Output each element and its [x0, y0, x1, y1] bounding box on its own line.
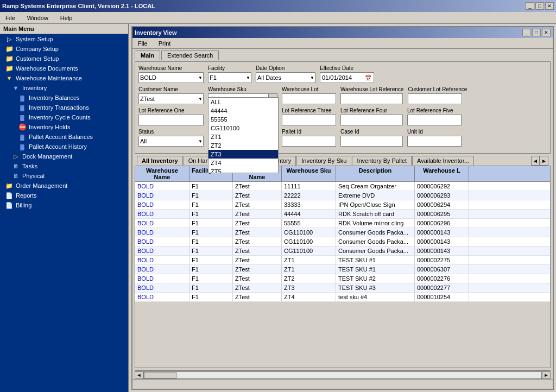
facility-select[interactable]: F1 [208, 72, 251, 83]
inner-close-button[interactable]: ✕ [542, 29, 551, 36]
sidebar-item-billing[interactable]: 📄 Billing [0, 200, 128, 210]
tab-available[interactable]: Available Inventor... [412, 156, 474, 166]
menu-bar: File Window Help [0, 12, 556, 24]
warehouse-name-select[interactable]: BOLD [138, 72, 204, 83]
sidebar-item-inventory[interactable]: ▼ Inventory [0, 83, 128, 93]
tab-extended-search[interactable]: Extended Search [161, 50, 219, 60]
sidebar-item-warehouse-maintenance[interactable]: ▼ Warehouse Maintenance [0, 73, 128, 83]
cell-sku: CG110100 [282, 237, 336, 246]
sku-option-zt2[interactable]: ZT2 [208, 141, 278, 150]
sidebar-item-inventory-transactions[interactable]: ▓ Inventory Transactions [0, 103, 128, 112]
lot-ref-four-input[interactable] [340, 115, 403, 125]
scroll-right-btn[interactable]: ► [542, 371, 551, 379]
sku-option-zt1[interactable]: ZT1 [208, 132, 278, 141]
inner-file-menu[interactable]: File [135, 39, 151, 48]
lot-ref-five-label: Lot Reference Five [407, 108, 462, 113]
case-id-input[interactable] [340, 136, 403, 147]
warehouse-lot-input[interactable] [282, 93, 336, 104]
sku-option-44444[interactable]: 44444 [208, 106, 278, 115]
tab-all-inventory[interactable]: All Inventory [137, 156, 183, 166]
cell-desc: TEST SKU #1 [336, 265, 415, 274]
sku-option-zt4[interactable]: ZT4 [208, 159, 278, 167]
scroll-left-btn[interactable]: ◄ [135, 371, 143, 379]
file-menu[interactable]: File [2, 14, 18, 22]
minimize-button[interactable]: _ [526, 2, 534, 10]
customer-name-select-wrapper: ZTest [138, 93, 204, 104]
help-menu[interactable]: Help [57, 14, 76, 22]
cell-wh-name: BOLD [135, 237, 189, 246]
status-select-wrapper: All [138, 136, 204, 147]
sidebar-item-dock-management[interactable]: ▷ Dock Management [0, 151, 128, 161]
date-option-select[interactable]: All Dates [256, 72, 315, 83]
lot-ref-three-input[interactable] [282, 115, 336, 125]
col-description[interactable]: Description [336, 166, 415, 181]
cell-facility: F1 [189, 293, 233, 301]
lot-ref-one-input[interactable] [138, 115, 204, 125]
effective-date-input[interactable] [320, 73, 364, 83]
customer-lot-ref-input[interactable] [408, 93, 462, 104]
maximize-button[interactable]: □ [535, 2, 544, 10]
inner-print-menu[interactable]: Print [155, 39, 174, 48]
sidebar-item-system-setup[interactable]: ▷ System Setup [0, 34, 128, 44]
sidebar-header: Main Menu [0, 24, 128, 34]
sku-option-all[interactable]: ALL [208, 98, 278, 106]
grid-icon-4: ▓ [17, 133, 27, 141]
sidebar-item-physical[interactable]: 🗎 Physical [0, 171, 128, 181]
warehouse-lot-ref-label: Warehouse Lot Reference [340, 86, 403, 92]
sidebar-item-pallet-account-history[interactable]: ▓ Pallet Account History [0, 142, 128, 151]
sidebar-item-company-setup[interactable]: 📁 Company Setup [0, 44, 128, 54]
col-warehouse-sku[interactable]: Warehouse Sku [282, 166, 336, 181]
tab-by-sku[interactable]: Inventory By Sku [296, 156, 351, 166]
lot-ref-five-input[interactable] [407, 115, 462, 125]
sidebar-item-inventory-balances[interactable]: ▓ Inventory Balances [0, 93, 128, 103]
cell-sku: 11111 [282, 182, 336, 191]
warehouse-sku-group: Warehouse Sku ▼ ALL 44444 55555 CG110100… [208, 86, 277, 104]
sidebar-item-customer-setup[interactable]: 📁 Customer Setup [0, 54, 128, 64]
sku-option-cg110100[interactable]: CG110100 [208, 124, 278, 132]
inner-restore-button[interactable]: □ [532, 29, 541, 36]
sidebar-item-inventory-cycle-counts[interactable]: ▓ Inventory Cycle Counts [0, 112, 128, 122]
col-warehouse-lot[interactable]: Warehouse L [415, 166, 469, 181]
horizontal-scrollbar[interactable]: ◄ ► [135, 370, 551, 379]
pallet-id-input[interactable] [282, 136, 336, 147]
date-picker-icon[interactable]: 📅 [364, 75, 372, 81]
unit-id-input[interactable] [407, 136, 462, 147]
sidebar-item-order-management[interactable]: 📁 Order Management [0, 181, 128, 191]
status-select[interactable]: All [138, 136, 204, 147]
customer-name-group: Customer Name ZTest [138, 86, 204, 104]
sidebar-item-warehouse-docs[interactable]: 📁 Warehouse Documents [0, 64, 128, 73]
sku-option-55555[interactable]: 55555 [208, 115, 278, 124]
grid-icon-5: ▓ [17, 143, 27, 150]
col-warehouse-name[interactable]: Warehouse Name [135, 166, 189, 181]
sidebar-item-pallet-account-balances[interactable]: ▓ Pallet Account Balances [0, 132, 128, 142]
close-button[interactable]: ✕ [545, 2, 554, 10]
sidebar-label-company-setup: Company Setup [16, 46, 59, 52]
cell-customer: ZTest [233, 191, 282, 200]
status-label: Status [138, 129, 204, 135]
scroll-thumb[interactable] [144, 372, 176, 378]
cell-lot: 0000000143 [415, 228, 469, 237]
sidebar-item-inventory-holds[interactable]: ⛔ Inventory Holds [0, 122, 128, 132]
title-bar-buttons: _ □ ✕ [526, 2, 554, 10]
inner-title-buttons: _ □ ✕ [522, 29, 551, 36]
sidebar-item-tasks[interactable]: 🗎 Tasks [0, 161, 128, 171]
cell-sku: 33333 [282, 200, 336, 209]
cell-wh-name: BOLD [135, 191, 189, 200]
sidebar-item-reports[interactable]: 📄 Reports [0, 191, 128, 200]
tab-main[interactable]: Main [135, 50, 160, 60]
unit-id-label: Unit Id [407, 129, 462, 135]
window-menu[interactable]: Window [24, 14, 52, 22]
sku-option-zt5[interactable]: ZT5 [208, 167, 278, 173]
tab-nav-left[interactable]: ◄ [531, 156, 540, 166]
cell-wh-name: BOLD [135, 256, 189, 264]
scroll-track[interactable] [143, 371, 542, 379]
tab-nav-right[interactable]: ► [540, 156, 548, 166]
cell-customer: ZTest [233, 200, 282, 209]
sku-option-zt3[interactable]: ZT3 [208, 150, 278, 159]
cell-customer: ZTest [233, 256, 282, 264]
reports-icon: 📄 [4, 192, 14, 199]
inner-minimize-button[interactable]: _ [522, 29, 531, 36]
warehouse-lot-ref-input[interactable] [340, 93, 403, 104]
tab-by-pallet[interactable]: Inventory By Pallet [352, 156, 412, 166]
customer-name-select[interactable]: ZTest [138, 93, 204, 104]
